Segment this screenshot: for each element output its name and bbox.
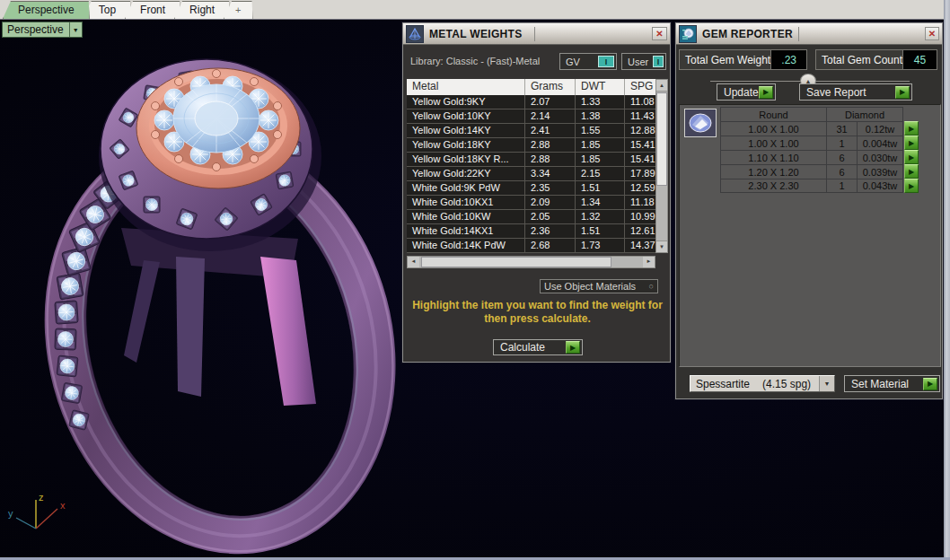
viewport-name-label: Perspective xyxy=(3,22,69,37)
column-header-dwt[interactable]: DWT xyxy=(576,79,625,95)
scroll-down-icon[interactable]: ▼ xyxy=(656,241,667,252)
use-object-materials-toggle[interactable]: Use Object Materials ○ xyxy=(540,279,658,293)
gem-table-header: Round Diamond xyxy=(720,107,936,121)
go-arrow-icon: ▶ xyxy=(566,341,580,354)
total-gem-count-label: Total Gem Count xyxy=(815,49,903,70)
metal-table-row[interactable]: White Gold:14K PdW 2.68 1.73 14.37 xyxy=(407,239,655,253)
metal-table-row[interactable]: Yellow Gold:10KY 2.14 1.38 11.43 xyxy=(407,109,655,124)
scroll-right-icon[interactable]: ► xyxy=(643,257,655,267)
set-material-button[interactable]: Set Material ▶ xyxy=(844,375,940,392)
panel-title: GEM REPORTER xyxy=(702,28,793,40)
material-spg: (4.15 spg) xyxy=(762,378,811,390)
user-toggle-state: I xyxy=(653,56,664,67)
window-edge-right xyxy=(944,0,950,560)
gem-material-select[interactable]: Spessartite (4.15 spg) ▼ xyxy=(690,375,835,392)
metal-table-row[interactable]: Yellow Gold:18KY 2.88 1.85 15.41 xyxy=(407,138,655,153)
gem-reporter-titlebar[interactable]: GEM REPORTER ✕ xyxy=(676,23,942,45)
go-arrow-icon[interactable]: ▶ xyxy=(904,164,919,179)
total-gem-weight-group: Total Gem Weight .23 xyxy=(679,49,807,70)
column-header-grams[interactable]: Grams xyxy=(525,79,576,95)
metal-table-row[interactable]: Yellow Gold:22KY 3.34 2.15 17.89 xyxy=(407,167,655,181)
gv-toggle-state: I xyxy=(598,56,614,67)
scroll-left-icon[interactable]: ◄ xyxy=(408,257,419,267)
vscroll-thumb[interactable] xyxy=(656,92,667,186)
metal-table-row[interactable]: Yellow Gold:9KY 2.07 1.33 11.08 xyxy=(407,95,655,109)
go-arrow-icon: ▶ xyxy=(923,378,937,390)
metal-table-row[interactable]: White Gold:14KX1 2.36 1.51 12.61 xyxy=(407,224,655,239)
viewport-tab-bar: Perspective Top Front Right + xyxy=(0,0,950,20)
total-gem-count-group: Total Gem Count 45 xyxy=(815,49,937,70)
metal-table-row[interactable]: White Gold:9K PdW 2.35 1.51 12.59 xyxy=(407,181,655,196)
go-arrow-icon: ▶ xyxy=(759,86,773,99)
total-gem-weight-value: .23 xyxy=(771,49,807,70)
radio-circle-icon: ○ xyxy=(649,282,654,291)
metal-table-vscrollbar[interactable]: ▲ ▼ xyxy=(655,79,668,253)
go-arrow-icon: ▶ xyxy=(895,86,910,99)
tab-perspective[interactable]: Perspective xyxy=(3,1,90,19)
library-label: Library: Classic - (Fast)-Metal xyxy=(410,56,540,66)
user-toggle-button[interactable]: User I xyxy=(621,53,666,70)
ring-under-gallery xyxy=(121,228,316,406)
gv-toggle-button[interactable]: GV I xyxy=(559,53,617,70)
gem-table-body: 1.00 X 1.00 31 0.12tw ▶ 1.00 X 1.00 1 0.… xyxy=(720,121,936,193)
y-axis-label: y xyxy=(8,508,13,519)
close-icon[interactable]: ✕ xyxy=(925,27,939,40)
metal-table-row[interactable]: White Gold:10KW 2.05 1.32 10.99 xyxy=(407,210,655,224)
tab-top[interactable]: Top xyxy=(84,1,131,19)
total-gem-weight-label: Total Gem Weight xyxy=(679,49,771,70)
metal-weights-panel: METAL WEIGHTS ✕ Library: Classic - (Fast… xyxy=(402,22,671,363)
ring-3d-model[interactable] xyxy=(0,20,422,557)
plus-icon: + xyxy=(235,4,241,15)
metal-table-row[interactable]: Yellow Gold:18KY R... 2.88 1.85 15.41 xyxy=(407,153,655,167)
metal-table-row[interactable]: Yellow Gold:14KY 2.41 1.55 12.88 xyxy=(407,124,655,138)
metal-table-body: Yellow Gold:9KY 2.07 1.33 11.08 Yellow G… xyxy=(407,95,655,253)
gem-table-row[interactable]: 1.10 X 1.10 6 0.030tw ▶ xyxy=(720,150,936,164)
tab-front[interactable]: Front xyxy=(125,1,180,19)
tab-right[interactable]: Right xyxy=(174,1,230,19)
metal-weights-titlebar[interactable]: METAL WEIGHTS ✕ xyxy=(403,23,670,45)
gem-table-row[interactable]: 1.00 X 1.00 1 0.004tw ▶ xyxy=(720,136,936,150)
metal-table-hscrollbar[interactable]: ◄ ► xyxy=(407,256,655,268)
scroll-up-icon[interactable]: ▲ xyxy=(656,80,667,92)
viewport-name-dropdown[interactable]: Perspective ▼ xyxy=(2,22,83,38)
close-icon[interactable]: ✕ xyxy=(652,27,667,40)
z-axis-label: z xyxy=(39,492,44,503)
column-header-metal[interactable]: Metal xyxy=(407,79,525,95)
go-arrow-icon[interactable]: ▶ xyxy=(904,121,919,136)
x-axis-label: x xyxy=(60,500,66,511)
chevron-down-icon: ▼ xyxy=(819,376,834,391)
save-report-button[interactable]: Save Report ▶ xyxy=(799,83,912,101)
panel-title: METAL WEIGHTS xyxy=(429,28,522,40)
gem-shape-icon xyxy=(684,109,717,137)
calculate-button[interactable]: Calculate ▶ xyxy=(493,339,583,355)
metal-table: Metal Grams DWT SPG Yellow Gold:9KY 2.07… xyxy=(407,79,655,253)
go-arrow-icon[interactable]: ▶ xyxy=(904,150,919,164)
gem-report-content: Round Diamond 1.00 X 1.00 31 0.12tw ▶ 1.… xyxy=(679,104,941,367)
center-gem xyxy=(173,84,259,153)
gem-material-header: Diamond xyxy=(827,107,903,121)
axis-gizmo: z x y xyxy=(7,489,74,541)
gem-table-row[interactable]: 1.00 X 1.00 31 0.12tw ▶ xyxy=(720,121,936,136)
chevron-down-icon: ▼ xyxy=(69,22,82,37)
go-arrow-icon[interactable]: ▶ xyxy=(904,179,919,193)
metal-table-row[interactable]: White Gold:10KX1 2.09 1.34 11.18 xyxy=(407,196,655,210)
gem-reporter-panel: GEM REPORTER ✕ Total Gem Weight .23 Tota… xyxy=(675,22,943,399)
hscroll-thumb[interactable] xyxy=(421,257,611,267)
y-axis-line xyxy=(16,518,36,529)
total-gem-count-value: 45 xyxy=(903,49,937,70)
scale-cone-icon xyxy=(406,25,424,43)
instruction-text: Highlight the item you want to find the … xyxy=(409,299,666,326)
update-button[interactable]: Update ▶ xyxy=(717,83,776,101)
metal-table-header: Metal Grams DWT SPG xyxy=(407,79,655,95)
material-name: Spessartite xyxy=(696,378,750,390)
app-window: Perspective Top Front Right + xyxy=(0,0,950,560)
x-axis-line xyxy=(36,509,57,529)
gem-shape-header: Round xyxy=(720,107,827,121)
gem-table-row[interactable]: 2.30 X 2.30 1 0.043tw ▶ xyxy=(720,179,936,193)
column-header-spg[interactable]: SPG xyxy=(625,79,655,95)
ring-head xyxy=(99,59,321,251)
gem-table: Round Diamond 1.00 X 1.00 31 0.12tw ▶ 1.… xyxy=(720,107,936,193)
gem-table-row[interactable]: 1.20 X 1.20 6 0.039tw ▶ xyxy=(720,164,936,179)
go-arrow-icon[interactable]: ▶ xyxy=(904,136,919,150)
gem-report-icon xyxy=(679,25,697,43)
